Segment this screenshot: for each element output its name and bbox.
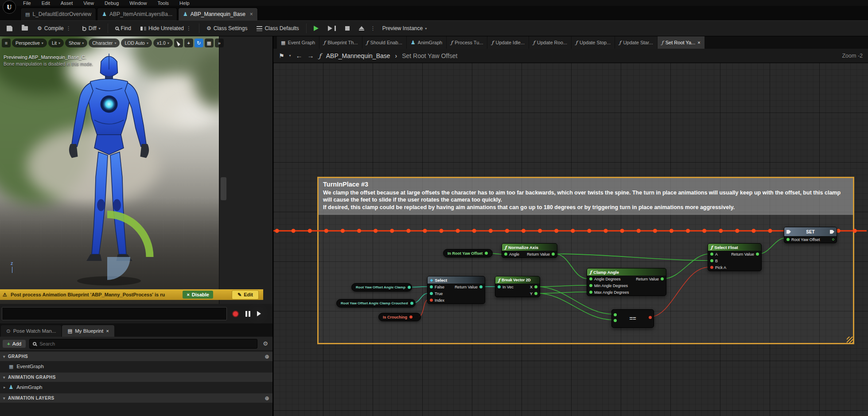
hide-unrelated-button[interactable]: Hide Unrelated ⋮ — [137, 23, 195, 33]
gtab-blueprint-th[interactable]: ƒBlueprint Th... — [319, 36, 362, 49]
back-button[interactable]: ← — [296, 52, 303, 59]
node-clamp-angle[interactable]: ƒ Clamp Angle Angle Degrees Return Value… — [587, 268, 666, 296]
eject-button[interactable] — [356, 24, 367, 32]
class-defaults-button[interactable]: Class Defaults — [253, 23, 302, 33]
menu-debug[interactable]: Debug — [105, 0, 119, 6]
menu-asset[interactable]: Asset — [61, 0, 73, 6]
viewport-menu-button[interactable]: ≡ — [2, 39, 11, 47]
node-get-root-yaw-offset-angle-clamp[interactable]: Root Yaw Offset Angle Clamp — [351, 283, 412, 292]
pin-bool-output[interactable] — [409, 315, 413, 319]
pin-bool-input[interactable] — [430, 299, 433, 302]
character-dropdown[interactable]: Character▾ — [89, 39, 120, 47]
node-break-vector-2d[interactable]: ƒ Break Vector 2D In Vec X Y — [495, 276, 540, 297]
settings-button[interactable]: ⚙ — [261, 340, 270, 347]
list-item-eventgraph[interactable]: ▦ EventGraph — [0, 361, 272, 372]
bookmark-icon[interactable]: ⚑ — [279, 52, 284, 59]
node-header[interactable]: ƒ Clamp Angle — [587, 268, 666, 276]
compile-options-icon[interactable]: ⋮ — [66, 25, 72, 31]
node-normalize-axis[interactable]: ƒ Normalize Axis Angle Return Value — [502, 243, 557, 258]
lod-dropdown[interactable]: LOD Auto▾ — [121, 39, 152, 47]
frame-advance-button[interactable] — [325, 24, 339, 33]
section-animation-graphs[interactable]: ▾ ANIMATION GRAPHS — [0, 373, 272, 382]
pin-vector2d-input[interactable] — [430, 292, 433, 295]
step-forward-button[interactable] — [257, 311, 261, 316]
pin-vector2d-input[interactable] — [430, 285, 433, 288]
section-animation-layers[interactable]: ▾ ANIMATION LAYERS ⊕ — [0, 393, 272, 403]
menu-tools[interactable]: Tools — [157, 0, 169, 6]
rotate-tool-button[interactable]: ↻ — [195, 39, 203, 47]
section-graphs[interactable]: ▾ GRAPHS ⊕ — [0, 352, 272, 361]
tab-pose-watch-manager[interactable]: ⊙ Pose Watch Man... — [1, 325, 61, 337]
forward-button[interactable]: → — [307, 52, 314, 59]
gtab-event-graph[interactable]: ▦Event Graph — [277, 36, 319, 49]
pin-float-input[interactable] — [786, 238, 790, 241]
tab-my-blueprint[interactable]: ▤ My Blueprint × — [62, 325, 114, 337]
node-header[interactable]: ƒ Select Float — [708, 244, 761, 251]
close-icon[interactable]: × — [697, 40, 700, 45]
pin-bool-input[interactable] — [710, 266, 713, 269]
find-button[interactable]: Find — [112, 23, 134, 33]
play-button[interactable] — [311, 24, 322, 33]
viewport-overflow-button[interactable]: » — [215, 39, 224, 47]
add-button[interactable]: + Add — [3, 340, 26, 348]
node-set-root-yaw-offset[interactable]: SET Root Yaw Offset — [784, 227, 837, 243]
gtab-update-star[interactable]: ƒUpdate Star... — [615, 36, 657, 49]
gtab-update-stop[interactable]: ƒUpdate Stop... — [572, 36, 615, 49]
pin-float-input[interactable] — [710, 253, 713, 256]
node-header[interactable]: ƒ Break Vector 2D — [495, 276, 540, 284]
menu-view[interactable]: View — [83, 0, 94, 6]
menu-window[interactable]: Window — [129, 0, 147, 6]
stop-button[interactable] — [342, 24, 353, 32]
play-options-icon[interactable]: ⋮ — [370, 25, 376, 31]
pin-float-output[interactable] — [552, 253, 555, 256]
preview-filter-input[interactable] — [2, 307, 227, 320]
class-settings-button[interactable]: ⚙ Class Settings — [203, 23, 250, 33]
edit-button[interactable]: ✎ Edit — [232, 290, 259, 299]
node-get-is-crouching[interactable]: Is Crouching — [378, 313, 421, 321]
node-get-in-root-yaw-offset[interactable]: In Root Yaw Offset — [443, 249, 493, 257]
browse-button[interactable] — [19, 24, 31, 32]
sidebar-drawer-tab[interactable] — [221, 177, 226, 200]
pin-vector2d-input[interactable] — [498, 285, 501, 288]
node-select[interactable]: ◆ Select False Return Value True Index — [427, 276, 485, 304]
pin-float-input[interactable] — [589, 291, 592, 294]
compile-button[interactable]: ⚙ Compile ⋮ — [34, 23, 75, 33]
tab-abp-itemanimlayers[interactable]: ♟ ABP_ItemAnimLayersBa... — [97, 8, 177, 20]
comment-resize-handle[interactable] — [847, 337, 853, 343]
exec-input-pin[interactable] — [786, 230, 791, 234]
preview-viewport[interactable]: ≡ Perspective▾ Lit▾ Show▾ Character▾ LOD… — [0, 36, 272, 304]
gtab-update-roo[interactable]: ƒUpdate Roo... — [529, 36, 571, 49]
menu-edit[interactable]: Edit — [42, 0, 50, 6]
node-header[interactable]: ƒ Normalize Axis — [502, 244, 557, 251]
node-select-float[interactable]: ƒ Select Float A Return Value B Pick A — [708, 243, 762, 271]
gtab-animgraph[interactable]: ♟AnimGraph — [407, 36, 446, 49]
close-icon[interactable]: × — [250, 11, 253, 17]
pin-float-input[interactable] — [614, 319, 617, 322]
pin-vector2d-output[interactable] — [408, 286, 411, 289]
search-input[interactable] — [39, 341, 254, 346]
snap-grid-button[interactable]: ▦ — [205, 39, 214, 47]
pin-float-input[interactable] — [614, 313, 617, 316]
node-header[interactable]: SET — [784, 227, 837, 236]
node-get-root-yaw-offset-angle-clamp-crouched[interactable]: Root Yaw Offset Angle Clamp Crouched — [336, 299, 416, 307]
expander-icon[interactable]: ▸ — [4, 385, 6, 389]
pin-bool-output[interactable] — [649, 316, 652, 319]
chevron-down-icon[interactable]: ▾ — [289, 54, 291, 58]
pin-float-output[interactable] — [534, 285, 537, 288]
pin-float-input[interactable] — [589, 284, 592, 287]
node-equals[interactable]: == — [611, 309, 654, 328]
list-item-animgraph[interactable]: ▸ ♟ AnimGraph — [0, 382, 272, 393]
gtab-should-enab[interactable]: ƒShould Enab... — [362, 36, 406, 49]
pin-vector2d-output[interactable] — [479, 285, 483, 288]
tab-abp-mannequin-base[interactable]: ♟ ABP_Mannequin_Base × — [178, 8, 258, 20]
pin-float-input[interactable] — [589, 277, 592, 280]
hide-unrelated-options-icon[interactable]: ⋮ — [186, 25, 192, 31]
show-dropdown[interactable]: Show▾ — [65, 39, 87, 47]
diff-button[interactable]: Diff ▾ — [78, 23, 104, 33]
breadcrumb-root[interactable]: ABP_Mannequin_Base — [326, 52, 390, 59]
playback-speed-dropdown[interactable]: x1.0▾ — [153, 39, 173, 47]
lit-dropdown[interactable]: Lit▾ — [48, 39, 64, 47]
pin-float-output[interactable] — [832, 238, 834, 241]
gtab-update-idle[interactable]: ƒUpdate Idle... — [487, 36, 529, 49]
gtab-process-tu[interactable]: ƒProcess Tu... — [447, 36, 487, 49]
